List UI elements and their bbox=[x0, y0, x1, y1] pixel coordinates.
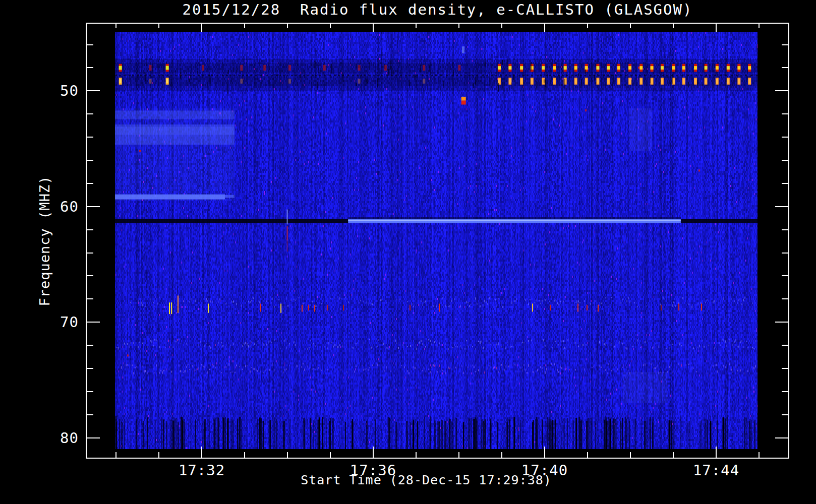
x-axis-tick-label: 17:36 bbox=[338, 462, 409, 479]
x-axis-minor-tick-bottom bbox=[416, 452, 417, 458]
y-axis-major-tick-right bbox=[775, 206, 788, 207]
x-axis-minor-tick-bottom bbox=[501, 452, 502, 458]
y-axis-title: Frequency (MHZ) bbox=[37, 176, 52, 306]
y-axis-minor-tick-right bbox=[782, 253, 788, 254]
x-axis-minor-tick-bottom bbox=[287, 452, 288, 458]
y-axis-tick-label: 70 bbox=[22, 313, 79, 331]
x-axis-major-tick-top bbox=[201, 24, 202, 32]
chart-title: 2015/12/28 Radio flux density, e-CALLIST… bbox=[86, 1, 789, 18]
x-axis-minor-tick-top bbox=[587, 24, 588, 28]
y-axis-minor-tick-left bbox=[87, 67, 93, 68]
y-axis-minor-tick-right bbox=[782, 113, 788, 114]
y-axis-minor-tick-right bbox=[782, 345, 788, 346]
y-axis-minor-tick-right bbox=[782, 44, 788, 45]
x-axis-major-tick-top bbox=[716, 24, 717, 32]
x-axis-minor-tick-top bbox=[501, 24, 502, 28]
y-axis-minor-tick-left bbox=[87, 137, 93, 138]
x-axis-minor-tick-bottom bbox=[458, 452, 459, 458]
y-axis-tick-label: 60 bbox=[22, 198, 79, 215]
y-axis-minor-tick-left bbox=[87, 275, 93, 276]
y-axis-major-tick-right bbox=[775, 322, 788, 323]
y-axis-minor-tick-right bbox=[782, 275, 788, 276]
y-axis-minor-tick-right bbox=[782, 414, 788, 415]
y-axis-major-tick-left bbox=[87, 90, 100, 91]
y-axis-major-tick-right bbox=[775, 437, 788, 438]
y-axis-major-tick-right bbox=[775, 90, 788, 91]
x-axis-minor-tick-bottom bbox=[244, 452, 245, 458]
y-axis-minor-tick-left bbox=[87, 229, 93, 230]
x-axis-tick-label: 17:32 bbox=[166, 462, 237, 479]
x-axis-minor-tick-top bbox=[244, 24, 245, 28]
x-axis-major-tick-bottom bbox=[716, 447, 717, 458]
x-axis-minor-tick-top bbox=[330, 24, 331, 28]
y-axis-minor-tick-right bbox=[782, 229, 788, 230]
x-axis-major-tick-top bbox=[373, 24, 374, 32]
y-axis-minor-tick-right bbox=[782, 67, 788, 68]
x-axis-minor-tick-top bbox=[287, 24, 288, 28]
x-axis-minor-tick-bottom bbox=[587, 452, 588, 458]
x-axis-tick-label: 17:44 bbox=[681, 462, 751, 479]
x-axis-minor-tick-bottom bbox=[115, 452, 116, 458]
y-axis-major-tick-left bbox=[87, 437, 100, 438]
x-axis-major-tick-bottom bbox=[373, 447, 374, 458]
y-axis-minor-tick-left bbox=[87, 298, 93, 299]
y-axis-minor-tick-left bbox=[87, 160, 93, 161]
y-axis-minor-tick-right bbox=[782, 137, 788, 138]
y-axis-minor-tick-right bbox=[782, 160, 788, 161]
y-axis-tick-label: 80 bbox=[22, 429, 79, 447]
y-axis-minor-tick-right bbox=[782, 391, 788, 392]
y-axis-tick-label: 50 bbox=[22, 82, 79, 99]
y-axis-minor-tick-left bbox=[87, 44, 93, 45]
y-axis-minor-tick-left bbox=[87, 391, 93, 392]
y-axis-minor-tick-left bbox=[87, 345, 93, 346]
y-axis-minor-tick-left bbox=[87, 183, 93, 184]
x-axis-major-tick-bottom bbox=[544, 447, 545, 458]
x-axis-major-tick-top bbox=[544, 24, 545, 32]
x-axis-minor-tick-top bbox=[115, 24, 116, 28]
y-axis-minor-tick-right bbox=[782, 298, 788, 299]
y-axis-major-tick-left bbox=[87, 206, 100, 207]
y-axis-major-tick-left bbox=[87, 322, 100, 323]
x-axis-minor-tick-top bbox=[158, 24, 159, 28]
x-axis-minor-tick-bottom bbox=[158, 452, 159, 458]
x-axis-minor-tick-top bbox=[673, 24, 674, 28]
y-axis-minor-tick-left bbox=[87, 253, 93, 254]
x-axis-minor-tick-top bbox=[630, 24, 631, 28]
x-axis-minor-tick-bottom bbox=[330, 452, 331, 458]
x-axis-minor-tick-bottom bbox=[630, 452, 631, 458]
x-axis-minor-tick-top bbox=[759, 24, 760, 28]
x-axis-minor-tick-bottom bbox=[759, 452, 760, 458]
y-axis-minor-tick-right bbox=[782, 368, 788, 369]
y-axis-minor-tick-right bbox=[782, 183, 788, 184]
y-axis-minor-tick-left bbox=[87, 368, 93, 369]
y-axis-minor-tick-left bbox=[87, 113, 93, 114]
x-axis-tick-label: 17:40 bbox=[509, 462, 580, 479]
spectrogram-page: 2015/12/28 Radio flux density, e-CALLIST… bbox=[0, 0, 816, 504]
y-axis-minor-tick-left bbox=[87, 414, 93, 415]
x-axis-minor-tick-top bbox=[458, 24, 459, 28]
x-axis-minor-tick-bottom bbox=[673, 452, 674, 458]
x-axis-major-tick-bottom bbox=[201, 447, 202, 458]
plot-frame bbox=[86, 23, 789, 459]
x-axis-minor-tick-top bbox=[416, 24, 417, 28]
